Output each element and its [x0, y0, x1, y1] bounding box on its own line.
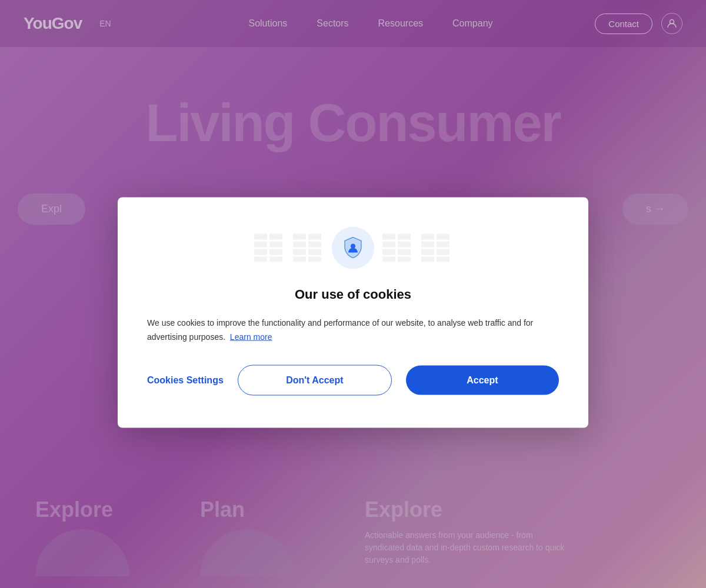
svg-rect-25	[398, 257, 411, 262]
accept-button[interactable]: Accept	[406, 365, 559, 395]
shield-icon-wrap	[332, 227, 374, 269]
svg-rect-11	[293, 242, 306, 248]
grid-icon-2	[293, 234, 324, 262]
svg-rect-9	[293, 234, 306, 240]
svg-rect-20	[382, 242, 395, 248]
svg-rect-21	[398, 242, 411, 248]
svg-rect-31	[437, 249, 449, 255]
svg-rect-27	[437, 234, 449, 240]
svg-rect-24	[382, 257, 395, 262]
svg-rect-18	[382, 234, 395, 240]
svg-rect-1	[254, 234, 267, 240]
svg-rect-3	[254, 242, 267, 248]
svg-rect-33	[437, 257, 449, 262]
svg-rect-10	[308, 234, 321, 240]
svg-rect-14	[308, 249, 321, 255]
svg-rect-29	[437, 242, 449, 248]
cookie-title: Our use of cookies	[147, 287, 559, 302]
svg-rect-30	[421, 249, 434, 255]
cookie-icon-row	[147, 227, 559, 269]
svg-rect-32	[421, 257, 434, 262]
cookie-modal: Our use of cookies We use cookies to imp…	[118, 198, 588, 428]
svg-rect-5	[254, 249, 267, 255]
svg-rect-26	[421, 234, 434, 240]
svg-rect-12	[308, 242, 321, 248]
svg-point-17	[351, 244, 355, 249]
svg-rect-7	[254, 257, 267, 262]
svg-rect-8	[269, 257, 282, 262]
svg-rect-4	[269, 242, 282, 248]
svg-rect-6	[269, 249, 282, 255]
svg-rect-22	[382, 249, 395, 255]
svg-rect-19	[398, 234, 411, 240]
cookies-settings-button[interactable]: Cookies Settings	[147, 375, 224, 385]
learn-more-link[interactable]: Learn more	[230, 332, 272, 341]
grid-icon-1	[254, 234, 285, 262]
svg-rect-28	[421, 242, 434, 248]
svg-rect-13	[293, 249, 306, 255]
svg-rect-2	[269, 234, 282, 240]
grid-icon-4	[421, 234, 452, 262]
shield-icon	[340, 235, 366, 261]
svg-rect-23	[398, 249, 411, 255]
svg-rect-15	[293, 257, 306, 262]
cookie-description: We use cookies to improve the functional…	[147, 316, 559, 345]
svg-rect-16	[308, 257, 321, 262]
grid-icon-3	[382, 234, 413, 262]
cookie-actions: Cookies Settings Don't Accept Accept	[147, 365, 559, 395]
dont-accept-button[interactable]: Don't Accept	[238, 365, 392, 395]
